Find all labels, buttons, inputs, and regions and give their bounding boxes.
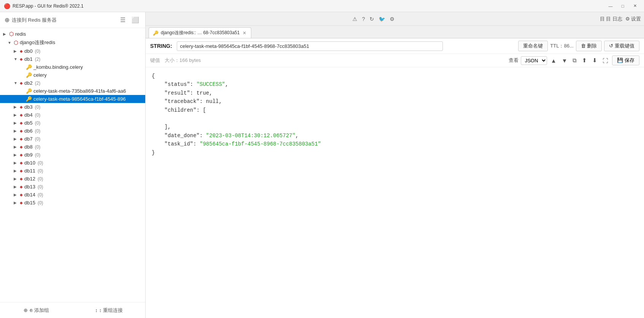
connect-button[interactable]: ⊕ 连接到 Redis 服务器 [5,16,57,24]
sidebar-header: ⊕ 连接到 Redis 服务器 ☰ ⬜ [0,12,145,28]
refresh-icon-button[interactable]: ↻ [370,16,374,22]
tree-item-celery[interactable]: ▶ 🔑 celery [0,71,145,79]
expand-arrow: ▼ [14,81,18,85]
reload-key-button[interactable]: ↺ 重载键值 [604,41,639,51]
save-button[interactable]: 💾 保存 [612,55,639,65]
view-copy-button[interactable]: ⧉ [571,56,578,65]
db-icon: ◆ [20,169,23,173]
add-group-icon: ⊕ [24,307,28,313]
db-icon: ◆ [20,105,23,109]
db-icon: ◆ [20,185,23,189]
tree-item-db5[interactable]: ▶ ◆ db5 (0) [0,119,145,127]
key-name-input[interactable] [177,41,443,51]
view-toggle: 查看 JSON Text Hex ▲ ▼ ⧉ ⬆ ⬇ ⛶ 💾 保存 [509,55,639,65]
sidebar-footer: ⊕ ⊕ 添加组 ↕ ↕ 重组连接 [0,302,145,318]
minimize-button[interactable]: — [605,2,616,10]
status-value: "SUCCESS" [197,81,225,87]
db-icon: ◆ [20,81,23,85]
tree-label-task1: celery-task-meta-735ba869-41fa-4af6-aa6 [33,88,126,94]
db2-count: (2) [35,81,41,86]
rename-key-button[interactable]: 重命名键 [518,41,548,51]
tree-item-db11[interactable]: ▶ ◆ db11 (0) [0,167,145,175]
tree-label-db0: db0 [24,48,33,54]
tab-label: django连接redis:: … 68-7cc835803a51 [161,30,240,36]
log-label: 目 日志 [606,16,622,22]
task-id-value: "985645ca-f1bf-4545-8968-7cc835803a51" [200,141,321,147]
tree-label-db15: db15 [24,200,35,206]
titlebar: 🔴 RESP.app - GUI for Redis® 2022.1 — □ ✕ [0,0,644,12]
tree-item-kombu[interactable]: ▶ 🔑 _kombu.binding.celery [0,63,145,71]
tree-item-task2[interactable]: ▶ 🔑 celery-task-meta-985645ca-f1bf-4545-… [0,95,145,103]
view-down-button[interactable]: ▼ [560,57,569,65]
tree-item-db14[interactable]: ▶ ◆ db14 (0) [0,191,145,199]
tree-item-redis[interactable]: ▶ ⬡ redis [0,30,145,38]
view-import-button[interactable]: ⬇ [591,56,599,65]
tree-label-db6: db6 [24,128,33,134]
json-editor[interactable]: { "status": "SUCCESS", "result": true, "… [146,67,644,318]
main-layout: ⊕ 连接到 Redis 服务器 ☰ ⬜ ▶ ⬡ redis ▼ ⬡ django… [0,12,644,318]
reconnect-icon: ↕ [95,307,98,313]
view-up-button[interactable]: ▲ [549,57,558,65]
reconnect-button[interactable]: ↕ ↕ 重组连接 [73,302,145,318]
tab-bar: ⚠ ? ↻ 🐦 ⚙ 目 目 日志 ⚙ 设置 [146,12,644,26]
key-icon: 🔑 [26,64,32,70]
tree-item-db1[interactable]: ▼ ◆ db1 (2) [0,55,145,63]
reconnect-label: ↕ 重组连接 [99,307,123,314]
delete-key-button[interactable]: 🗑 删除 [576,41,602,51]
tree-label-db5: db5 [24,120,33,126]
warning-icon-button[interactable]: ⚠ [352,16,357,22]
view-mode-select[interactable]: JSON Text Hex [521,56,547,65]
view-expand-button[interactable]: ⛶ [601,57,610,65]
tree-item-db0[interactable]: ▶ ◆ db0 (0) [0,47,145,55]
db-icon: ◆ [20,113,23,117]
tree-item-db7[interactable]: ▶ ◆ db7 (0) [0,135,145,143]
tree-label-db13: db13 [24,184,35,190]
tree-item-django[interactable]: ▼ ⬡ django连接redis [0,38,145,47]
tree-label-db7: db7 [24,136,33,142]
size-value: 大小：166 bytes [165,57,201,64]
toolbar-icons: ⚠ ? ↻ 🐦 ⚙ [149,16,598,22]
maximize-button[interactable]: □ [617,2,628,10]
expand-arrow: ▶ [14,49,18,53]
tree-item-task1[interactable]: ▶ 🔑 celery-task-meta-735ba869-41fa-4af6-… [0,87,145,95]
tree-item-db12[interactable]: ▶ ◆ db12 (0) [0,175,145,183]
db-icon: ◆ [20,201,23,205]
log-button[interactable]: 目 目 日志 [600,16,622,22]
db-icon: ◆ [20,57,23,61]
menu-icon-button[interactable]: ☰ [119,16,127,24]
twitter-icon-button[interactable]: 🐦 [379,16,385,22]
tree-item-db6[interactable]: ▶ ◆ db6 (0) [0,127,145,135]
tree-item-db4[interactable]: ▶ ◆ db4 (0) [0,111,145,119]
tree-label-db3: db3 [24,104,33,110]
tab-close-button[interactable]: ✕ [242,30,247,36]
tree-label-db10: db10 [24,160,35,166]
settings-button[interactable]: ⚙ 设置 [625,16,641,22]
tree-item-db8[interactable]: ▶ ◆ db8 (0) [0,143,145,151]
view-label: 查看 [509,57,519,64]
traceback-key: "traceback" [165,98,200,104]
help-icon-button[interactable]: ? [362,16,365,22]
plus-icon: ⊕ [5,16,10,24]
tree-label-db11: db11 [24,168,35,174]
db-icon: ◆ [20,121,23,125]
tree-item-db10[interactable]: ▶ ◆ db10 (0) [0,159,145,167]
github-icon-button[interactable]: ⚙ [390,16,395,22]
tree-item-db13[interactable]: ▶ ◆ db13 (0) [0,183,145,191]
tree-item-db15[interactable]: ▶ ◆ db15 (0) [0,199,145,207]
settings-label: 设置 [631,16,641,22]
db0-count: (0) [35,49,41,54]
tree-item-db9[interactable]: ▶ ◆ db9 (0) [0,151,145,159]
log-icon: 目 [600,16,605,22]
tree-label-django: django连接redis [20,39,55,46]
tree-item-db2[interactable]: ▼ ◆ db2 (2) [0,79,145,87]
expand-arrow: ▼ [14,57,18,61]
ttl-display: TTL：86... [550,43,573,49]
add-group-button[interactable]: ⊕ ⊕ 添加组 [0,302,73,318]
main-tab[interactable]: 🔑 django连接redis:: … 68-7cc835803a51 ✕ [149,27,251,38]
status-key: "status" [165,81,190,87]
view-export-button[interactable]: ⬆ [581,56,588,65]
close-button[interactable]: ✕ [630,2,640,10]
tree-item-db3[interactable]: ▶ ◆ db3 (0) [0,103,145,111]
result-value: true [197,90,209,96]
panel-icon-button[interactable]: ⬜ [130,16,141,24]
